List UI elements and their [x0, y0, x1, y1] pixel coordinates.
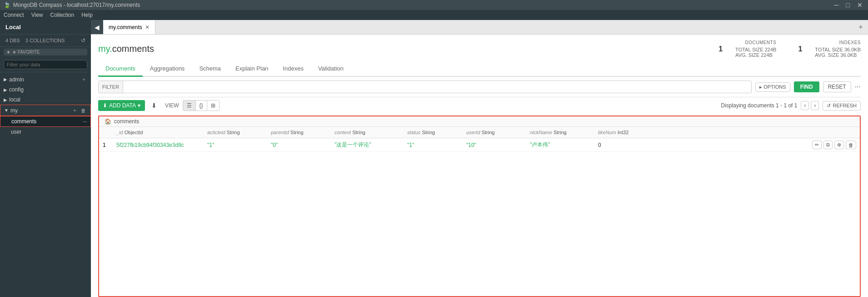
edit-row-button[interactable]: ✏	[812, 141, 822, 149]
table-view-button[interactable]: ⊞	[207, 101, 219, 111]
db-config-label: config	[9, 86, 24, 93]
size-stats: TOTAL SIZE 224B AVG. SIZE 224B	[735, 47, 776, 58]
view-toggle: ☰ {} ⊞	[183, 100, 219, 111]
maximize-button[interactable]: □	[844, 1, 852, 9]
col-header-status: status String	[404, 127, 463, 138]
add-data-icon: ⬇	[103, 102, 107, 109]
collection-comments-more[interactable]: ···	[83, 119, 87, 124]
sidebar-db-config[interactable]: ▶ config	[0, 85, 91, 95]
avg-size-stat: AVG. SIZE 224B	[735, 52, 776, 58]
clone-row-button[interactable]: ⊕	[834, 141, 844, 149]
collapse-sidebar-button[interactable]: ◀	[91, 20, 103, 34]
favorite-button[interactable]: ★ ★ FAVORITE	[4, 49, 87, 55]
db-my-label: my	[10, 107, 18, 114]
indexes-size-stats: TOTAL SIZE 36.0KB AVG. SIZE 36.0KB	[815, 47, 861, 58]
export-button[interactable]: ⬇	[149, 100, 160, 111]
sidebar-db-admin[interactable]: ▶ admin ＋	[0, 74, 91, 85]
collection-comments-label: comments	[11, 118, 36, 125]
prev-page-button[interactable]: ‹	[801, 101, 809, 110]
refresh-button[interactable]: ↺ REFRESH	[823, 101, 861, 111]
db-admin-actions: ＋	[80, 76, 87, 83]
sidebar-collection-comments[interactable]: comments ···	[0, 116, 91, 127]
filter-bar: FILTER	[98, 81, 752, 93]
sidebar-header: Local	[0, 20, 91, 35]
col-header-likenum: likeNum Int32	[594, 127, 644, 138]
tab-indexes[interactable]: Indexes	[275, 61, 311, 77]
row-userid: "10"	[463, 139, 526, 151]
main-panel: ◀ my.comments ✕ ＋ my.comments DOCUMENTS …	[91, 20, 868, 297]
collection-user-label: user	[11, 129, 21, 135]
db-admin-add-button[interactable]: ＋	[80, 76, 87, 83]
total-size-label: TOTAL SIZE	[735, 47, 763, 52]
sidebar-filter-input[interactable]	[4, 60, 87, 69]
collection-title-bar: my.comments DOCUMENTS 1 TOTAL SIZE 224B	[98, 40, 861, 58]
indexes-label: INDEXES	[839, 40, 861, 45]
add-data-button[interactable]: ⬇ ADD DATA ▾	[98, 100, 145, 111]
sidebar: Local 4 DBS 3 COLLECTIONS ↺ ★ ★ FAVORITE…	[0, 20, 91, 297]
db-local-label: local	[9, 96, 20, 103]
row-nickname: "卢本伟"	[526, 138, 594, 151]
next-page-button[interactable]: ›	[811, 101, 819, 110]
tab-close-button[interactable]: ✕	[145, 24, 150, 30]
row-content: "这是一个评论"	[331, 138, 404, 151]
menu-connect[interactable]: Connect	[4, 12, 24, 18]
filter-input[interactable]	[123, 84, 751, 90]
titlebar-controls: ─ □ ✕	[833, 1, 864, 9]
avg-size-label: AVG. SIZE	[735, 52, 759, 58]
menu-help[interactable]: Help	[81, 12, 93, 18]
indexes-total-size-label: TOTAL SIZE	[815, 47, 843, 52]
sidebar-db-my[interactable]: ▼ my ＋ 🗑	[0, 105, 91, 116]
col-header-userid: userId String	[463, 127, 526, 138]
tab-explain-plan[interactable]: Explain Plan	[228, 61, 275, 77]
menu-view[interactable]: View	[31, 12, 43, 18]
tab-documents[interactable]: Documents	[98, 61, 143, 77]
collections-count: 3 COLLECTIONS	[25, 38, 65, 43]
indexes-avg-size-label: AVG. SIZE	[815, 52, 839, 58]
minimize-button[interactable]: ─	[833, 1, 841, 9]
chevron-right-icon: ▶	[4, 87, 7, 92]
menu-collection[interactable]: Collection	[50, 12, 75, 18]
chevron-right-icon: ▶	[4, 77, 7, 82]
col-header-num	[99, 127, 113, 138]
tab-validation[interactable]: Validation	[311, 61, 351, 77]
tabbar: ◀ my.comments ✕ ＋	[91, 20, 868, 35]
row-num: 1	[99, 139, 113, 151]
sidebar-collection-user[interactable]: user	[0, 127, 91, 137]
db-admin-label: admin	[9, 76, 24, 83]
row-likenum: 0	[594, 139, 644, 151]
tab-db-path: my.comments	[109, 24, 142, 30]
db-my-add-button[interactable]: ＋	[71, 107, 78, 114]
db-my-delete-button[interactable]: 🗑	[80, 107, 87, 114]
favorite-label: ★ FAVORITE	[12, 50, 40, 55]
copy-row-button[interactable]: ⧉	[823, 141, 833, 149]
indexes-count: 1	[798, 45, 802, 53]
tab-aggregations[interactable]: Aggregations	[143, 61, 192, 77]
indexes-total-size-value: 36.0KB	[844, 47, 861, 52]
titlebar-title: MongoDB Compass - localhost:27017/my.com…	[13, 2, 140, 8]
col-header-nickname: nickName String	[526, 127, 594, 138]
delete-row-button[interactable]: 🗑	[846, 141, 856, 149]
tab-my-comments[interactable]: my.comments ✕	[103, 20, 155, 34]
options-button[interactable]: ▸ OPTIONS	[755, 82, 790, 92]
find-button[interactable]: FIND	[794, 81, 819, 92]
tab-schema[interactable]: Schema	[192, 61, 228, 77]
reset-button[interactable]: RESET	[823, 81, 851, 92]
indexes-avg-size-value: 36.0KB	[840, 52, 857, 58]
new-tab-button[interactable]: ＋	[853, 20, 868, 34]
nav-tabs: Documents Aggregations Schema Explain Pl…	[98, 61, 861, 77]
more-options-button[interactable]: ···	[855, 83, 861, 91]
indexes-stat: INDEXES 1 TOTAL SIZE 36.0KB AVG. SIZE	[798, 40, 861, 58]
row-actions: ✏ ⧉ ⊕ 🗑	[808, 141, 860, 149]
db-my-actions: ＋ 🗑	[71, 107, 87, 114]
table-row: 1 5f227fb19cb94f30343e3d8c "1" "0" "这是一个…	[99, 138, 860, 152]
json-view-button[interactable]: {}	[196, 101, 207, 111]
sidebar-databases: ▶ admin ＋ ▶ config ▶ local ▼ my ＋ 🗑	[0, 72, 91, 139]
close-button[interactable]: ✕	[855, 1, 864, 9]
sidebar-db-local[interactable]: ▶ local	[0, 95, 91, 105]
sidebar-stats: 4 DBS 3 COLLECTIONS ↺	[0, 35, 91, 47]
list-view-button[interactable]: ☰	[183, 101, 196, 111]
row-acticleid: "1"	[204, 139, 267, 151]
sidebar-refresh-button[interactable]: ↺	[81, 37, 85, 44]
dbs-count: 4 DBS	[5, 38, 20, 43]
collection-header-name: comments	[114, 118, 139, 125]
